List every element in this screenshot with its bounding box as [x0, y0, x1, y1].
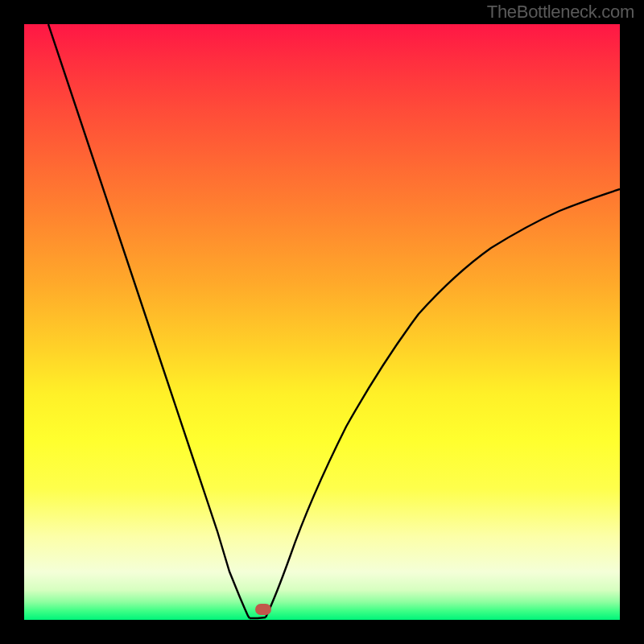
bottleneck-marker: [255, 604, 271, 615]
curve-left-branch: [48, 24, 250, 618]
curve-valley-segment: [250, 617, 266, 618]
watermark-text: TheBottleneck.com: [487, 2, 634, 23]
chart-curve-svg: [24, 24, 620, 620]
curve-right-branch: [266, 189, 620, 617]
chart-plot-area: [24, 24, 620, 620]
